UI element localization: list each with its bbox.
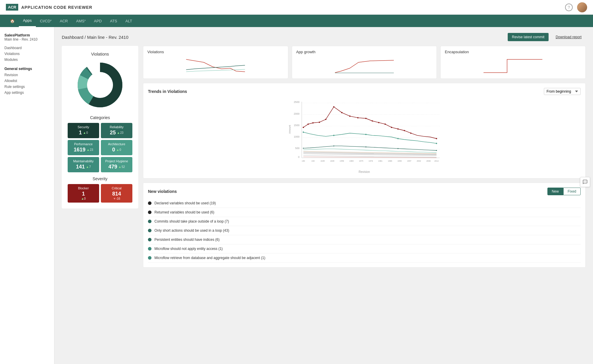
cat-label-security: Security bbox=[71, 125, 96, 129]
svg-text:1997: 1997 bbox=[407, 160, 412, 162]
svg-point-64 bbox=[584, 181, 584, 182]
svg-text:2002: 2002 bbox=[417, 160, 421, 162]
sev-label-blocker: Blocker bbox=[71, 186, 96, 190]
chat-svg bbox=[582, 179, 588, 185]
violation-dot bbox=[148, 247, 151, 251]
svg-point-21 bbox=[307, 123, 309, 125]
svg-point-39 bbox=[333, 135, 334, 136]
help-icon[interactable]: ? bbox=[565, 4, 573, 11]
sev-value-critical: 814 bbox=[104, 191, 129, 197]
sev-change-blocker: ▲0 bbox=[71, 197, 96, 200]
sidebar-link-rule-settings[interactable]: Rule settings bbox=[4, 84, 50, 90]
violations-panel-header: New violations New Fixed bbox=[148, 188, 581, 195]
trends-select[interactable]: From beginning Last 10 revisions Last 30… bbox=[544, 88, 581, 95]
category-reliability: Reliability 25 ▲23 bbox=[101, 123, 132, 138]
svg-point-43 bbox=[303, 148, 304, 148]
nav-alt[interactable]: ALT bbox=[121, 15, 136, 27]
violation-text: Only short actions should be used in a l… bbox=[154, 228, 229, 233]
logo-box: ACR bbox=[6, 4, 18, 11]
svg-text:0: 0 bbox=[298, 156, 299, 158]
avatar[interactable] bbox=[577, 2, 587, 12]
svg-point-29 bbox=[365, 118, 367, 119]
svg-point-35 bbox=[404, 130, 405, 131]
revise-latest-commit-button[interactable]: Revise latest commit bbox=[508, 33, 549, 41]
cat-label-performance: Performance bbox=[71, 142, 96, 146]
avatar-image bbox=[577, 2, 587, 12]
violation-item: Only short actions should be used in a l… bbox=[148, 226, 581, 235]
sidebar-link-violations[interactable]: Violations bbox=[4, 51, 50, 57]
violation-item: Commits should take place outside of a l… bbox=[148, 217, 581, 226]
sidebar-link-modules[interactable]: Modules bbox=[4, 57, 50, 63]
float-chat-icon[interactable] bbox=[580, 177, 590, 187]
sev-value-blocker: 1 bbox=[71, 191, 96, 197]
nav-cicd[interactable]: CI/CD* bbox=[36, 15, 56, 27]
nav-ams[interactable]: AMS* bbox=[72, 15, 90, 27]
cat-value-row-maintainability: 141 ▲7 bbox=[71, 164, 96, 170]
severity-title: Severity bbox=[68, 176, 132, 181]
sidebar-link-app-settings[interactable]: App settings bbox=[4, 90, 50, 96]
svg-point-22 bbox=[312, 122, 314, 123]
tab-new[interactable]: New bbox=[547, 188, 563, 195]
nav-acr[interactable]: ACR bbox=[56, 15, 72, 27]
sev-change-critical: ▼-16 bbox=[104, 197, 129, 200]
dashboard-title: Dashboard / Main line - Rev. 2410 bbox=[62, 35, 129, 40]
chart-area: 2500 2000 1500 1000 500 0 bbox=[148, 98, 581, 169]
svg-point-37 bbox=[436, 138, 437, 139]
nav-apps[interactable]: Apps bbox=[19, 15, 36, 27]
sidebar: SalesPlatform Main line - Rev. 2410 Dash… bbox=[0, 27, 54, 364]
violations-mini-svg bbox=[147, 56, 284, 74]
violations-chart-title: Violations bbox=[68, 52, 132, 56]
svg-point-20 bbox=[303, 127, 304, 128]
tab-fixed[interactable]: Fixed bbox=[563, 188, 581, 195]
svg-point-24 bbox=[325, 119, 326, 120]
severity-blocker: Blocker 1 ▲0 bbox=[68, 184, 99, 203]
cat-label-architecture: Architecture bbox=[104, 142, 129, 146]
svg-point-34 bbox=[397, 128, 399, 129]
violation-item: Persistent entities should have indices … bbox=[148, 235, 581, 244]
categories-title: Categories bbox=[68, 115, 132, 120]
svg-text:190: 190 bbox=[302, 160, 305, 162]
violation-item: Declared variables should be used (19) bbox=[148, 199, 581, 208]
svg-point-32 bbox=[384, 123, 386, 125]
cat-label-maintainability: Maintainability bbox=[71, 159, 96, 163]
mini-chart-app-growth-title: App growth bbox=[296, 50, 433, 54]
svg-point-40 bbox=[365, 134, 367, 135]
donut-container bbox=[68, 60, 132, 110]
violation-text: Microflow should not apply entity access… bbox=[154, 247, 223, 251]
sidebar-link-revision[interactable]: Revision bbox=[4, 72, 50, 78]
sidebar-link-dashboard[interactable]: Dashboard bbox=[4, 45, 50, 51]
sidebar-app-name: SalesPlatform bbox=[4, 33, 50, 37]
violation-text: Commits should take place outside of a l… bbox=[154, 219, 229, 223]
svg-point-45 bbox=[365, 146, 366, 147]
svg-point-38 bbox=[303, 131, 304, 133]
svg-point-66 bbox=[586, 181, 586, 182]
cat-value-reliability: 25 bbox=[110, 130, 116, 136]
top-header: ACR APPLICATION CODE REVIEWER ? bbox=[0, 0, 593, 15]
categories-grid: Security 1 ▲0 Reliability 25 ▲23 bbox=[68, 123, 132, 172]
svg-text:1975: 1975 bbox=[359, 160, 363, 162]
content-area: Dashboard / Main line - Rev. 2410 Revise… bbox=[54, 27, 593, 364]
category-maintainability: Maintainability 141 ▲7 bbox=[68, 157, 99, 172]
severity-grid: Blocker 1 ▲0 Critical 814 ▼-16 bbox=[68, 184, 132, 203]
download-report-button[interactable]: Download report bbox=[552, 33, 586, 41]
svg-point-33 bbox=[391, 127, 392, 128]
trends-chart-svg: 2500 2000 1500 1000 500 0 bbox=[148, 98, 581, 169]
nav-apd[interactable]: APD bbox=[90, 15, 106, 27]
cat-value-row-architecture: 0 ▲0 bbox=[104, 147, 129, 153]
cat-value-row-security: 1 ▲0 bbox=[71, 130, 96, 136]
nav-ats[interactable]: ATS bbox=[106, 15, 121, 27]
cat-change-project-hygiene: ▲52 bbox=[119, 165, 125, 168]
svg-text:2500: 2500 bbox=[294, 101, 300, 103]
cat-value-maintainability: 141 bbox=[76, 164, 85, 170]
svg-point-31 bbox=[378, 122, 379, 123]
violations-panel: New violations New Fixed Declared variab… bbox=[143, 183, 586, 268]
category-architecture: Architecture 0 ▲0 bbox=[101, 140, 132, 155]
mini-chart-violations-title: Violations bbox=[147, 50, 284, 54]
svg-text:1000: 1000 bbox=[294, 135, 300, 138]
svg-text:193: 193 bbox=[312, 160, 315, 162]
nav-home[interactable]: 🏠 bbox=[6, 15, 19, 27]
violation-dot bbox=[148, 238, 151, 241]
cat-change-architecture: ▲0 bbox=[116, 148, 121, 151]
svg-text:2000: 2000 bbox=[294, 112, 300, 115]
sidebar-link-allowlist[interactable]: Allowlist bbox=[4, 78, 50, 84]
